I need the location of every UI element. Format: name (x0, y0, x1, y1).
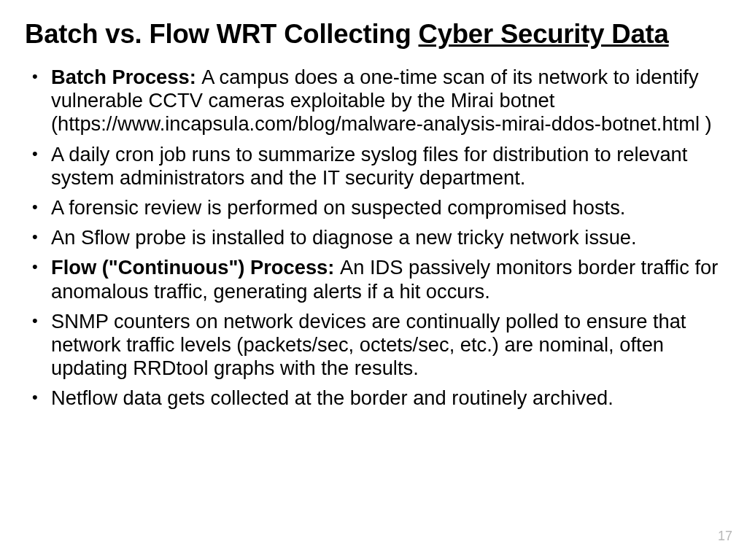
bullet-text: SNMP counters on network devices are con… (51, 310, 686, 379)
list-item: A daily cron job runs to summarize syslo… (25, 143, 722, 190)
list-item: SNMP counters on network devices are con… (25, 310, 722, 381)
list-item: Netflow data gets collected at the borde… (25, 386, 722, 410)
bullet-bold: Batch Process: (51, 66, 201, 88)
title-underlined: Cyber Security Data (419, 19, 669, 49)
list-item: An Sflow probe is installed to diagnose … (25, 226, 722, 249)
list-item: Batch Process: A campus does a one-time … (25, 66, 722, 136)
list-item: Flow ("Continuous") Process: An IDS pass… (25, 256, 722, 303)
list-item: A forensic review is performed on suspec… (25, 196, 722, 219)
title-plain: Batch vs. Flow WRT Collecting (25, 19, 419, 49)
bullet-text: An Sflow probe is installed to diagnose … (51, 226, 637, 249)
page-number: 17 (718, 529, 732, 544)
bullet-list: Batch Process: A campus does a one-time … (25, 66, 722, 411)
slide: Batch vs. Flow WRT Collecting Cyber Secu… (0, 0, 747, 560)
bullet-bold: Flow ("Continuous") Process: (51, 256, 340, 279)
bullet-text: A daily cron job runs to summarize syslo… (51, 143, 687, 189)
bullet-text: Netflow data gets collected at the borde… (51, 386, 614, 409)
bullet-text: A forensic review is performed on suspec… (51, 196, 625, 219)
slide-title: Batch vs. Flow WRT Collecting Cyber Secu… (25, 19, 722, 50)
